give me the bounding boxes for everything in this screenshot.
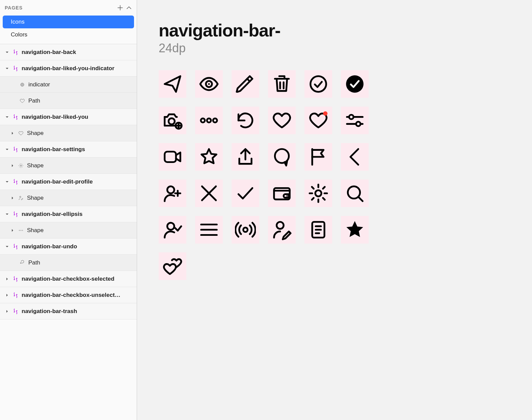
heart-icon[interactable] <box>268 107 296 134</box>
star-icon[interactable] <box>195 143 223 171</box>
wallet-icon[interactable] <box>268 179 296 207</box>
layer-label: navigation-bar-edit-profile <box>22 178 132 185</box>
canvas-title: navigation-bar- <box>159 20 510 40</box>
undo-icon[interactable] <box>232 107 259 134</box>
disclosure-icon[interactable] <box>5 179 9 184</box>
icon-grid <box>159 70 510 280</box>
disclosure-icon[interactable] <box>5 147 9 152</box>
person-edit-icon[interactable] <box>268 216 296 244</box>
video-icon[interactable] <box>159 143 186 171</box>
svg-point-4 <box>21 230 21 231</box>
layer-row[interactable]: navigation-bar-liked-you <box>0 109 137 125</box>
pages-header: PAGES <box>0 0 137 16</box>
hearts-pair-icon[interactable] <box>159 252 186 280</box>
canvas-subtitle: 24dp <box>159 41 510 55</box>
page-list: Icons Colors <box>0 16 137 44</box>
chat-icon[interactable] <box>268 143 296 171</box>
symbol-icon <box>12 292 19 299</box>
disclosure-icon[interactable] <box>5 50 9 55</box>
layer-row[interactable]: navigation-bar-ellipsis <box>0 206 137 222</box>
circle-icon <box>19 81 26 88</box>
close-icon[interactable] <box>195 179 223 207</box>
heart-icon <box>19 97 26 104</box>
svg-point-14 <box>213 118 217 122</box>
gear-icon[interactable] <box>304 179 332 207</box>
symbol-icon <box>12 178 19 185</box>
disclosure-icon[interactable] <box>10 228 15 233</box>
layer-row[interactable]: navigation-bar-undo <box>0 239 137 255</box>
svg-point-5 <box>22 230 23 231</box>
broadcast-icon[interactable] <box>232 216 259 244</box>
disclosure-icon[interactable] <box>10 196 15 200</box>
layer-child-row[interactable]: Path <box>0 255 137 271</box>
svg-point-2 <box>20 196 21 197</box>
layer-row[interactable]: navigation-bar-checkbox-selected <box>0 271 137 287</box>
disclosure-icon[interactable] <box>5 66 9 71</box>
layer-child-row[interactable]: Shape <box>0 158 137 174</box>
layer-child-label: Path <box>28 97 132 104</box>
page-item-colors[interactable]: Colors <box>3 28 134 41</box>
gear-icon <box>18 162 24 169</box>
canvas[interactable]: navigation-bar- 24dp <box>137 0 532 420</box>
disclosure-icon[interactable] <box>10 131 15 136</box>
disclosure-icon[interactable] <box>5 115 9 119</box>
symbol-icon <box>12 114 19 120</box>
chevron-left-icon[interactable] <box>341 143 369 171</box>
layer-row[interactable]: navigation-bar-liked-you-indicator <box>0 60 137 77</box>
sliders-icon[interactable] <box>341 107 369 134</box>
disclosure-icon[interactable] <box>5 244 9 249</box>
svg-point-10 <box>168 118 175 124</box>
person-plus-icon[interactable] <box>159 179 186 207</box>
trash-icon[interactable] <box>268 70 296 98</box>
page-item-icons[interactable]: Icons <box>3 16 134 28</box>
layer-label: navigation-bar-liked-you-indicator <box>22 65 132 72</box>
check-circle-filled-icon[interactable] <box>341 70 369 98</box>
svg-point-8 <box>311 76 326 92</box>
collapse-pages-icon[interactable] <box>126 5 132 11</box>
svg-point-26 <box>243 228 248 232</box>
disclosure-icon[interactable] <box>5 309 9 314</box>
sidebar: PAGES Icons Colors navigation-bar-backna… <box>0 0 137 420</box>
layer-child-row[interactable]: indicator <box>0 77 137 93</box>
add-page-icon[interactable] <box>117 5 123 11</box>
svg-point-0 <box>21 83 24 86</box>
layer-row[interactable]: navigation-bar-checkbox-unselect… <box>0 287 137 303</box>
layer-label: navigation-bar-liked-you <box>22 114 132 120</box>
layer-row[interactable]: navigation-bar-trash <box>0 303 137 319</box>
disclosure-icon[interactable] <box>5 212 9 217</box>
menu-icon[interactable] <box>195 216 223 244</box>
heart-indicator-icon[interactable] <box>304 107 332 134</box>
check-icon[interactable] <box>232 179 259 207</box>
layer-row[interactable]: navigation-bar-edit-profile <box>0 174 137 190</box>
layer-child-row[interactable]: Shape <box>0 190 137 206</box>
disclosure-icon[interactable] <box>5 293 9 298</box>
layer-child-row[interactable]: Shape <box>0 222 137 239</box>
camera-plus-icon[interactable] <box>159 107 186 134</box>
pencil-icon[interactable] <box>232 70 259 98</box>
star-filled-icon[interactable] <box>341 216 369 244</box>
symbol-icon <box>12 146 19 153</box>
eye-icon[interactable] <box>195 70 223 98</box>
layer-child-row[interactable]: Path <box>0 93 137 109</box>
person-edit-icon <box>18 195 24 201</box>
share-icon[interactable] <box>232 143 259 171</box>
layer-label: navigation-bar-settings <box>22 146 132 153</box>
layer-label: navigation-bar-checkbox-selected <box>22 276 132 282</box>
svg-point-16 <box>349 115 353 119</box>
ellipsis-icon[interactable] <box>195 107 223 134</box>
layer-row[interactable]: navigation-bar-settings <box>0 141 137 158</box>
search-icon[interactable] <box>341 179 369 207</box>
svg-point-9 <box>346 75 364 93</box>
disclosure-icon[interactable] <box>10 163 15 168</box>
layer-child-row[interactable]: Shape <box>0 125 137 141</box>
layer-row[interactable]: navigation-bar-back <box>0 44 137 60</box>
send-arrow-icon[interactable] <box>159 70 186 98</box>
disclosure-icon[interactable] <box>5 277 9 281</box>
page-item-label: Icons <box>11 19 25 25</box>
document-icon[interactable] <box>304 216 332 244</box>
layer-list[interactable]: navigation-bar-backnavigation-bar-liked-… <box>0 44 137 420</box>
symbol-icon <box>12 65 19 72</box>
person-check-icon[interactable] <box>159 216 186 244</box>
check-circle-icon[interactable] <box>304 70 332 98</box>
flag-icon[interactable] <box>304 143 332 171</box>
